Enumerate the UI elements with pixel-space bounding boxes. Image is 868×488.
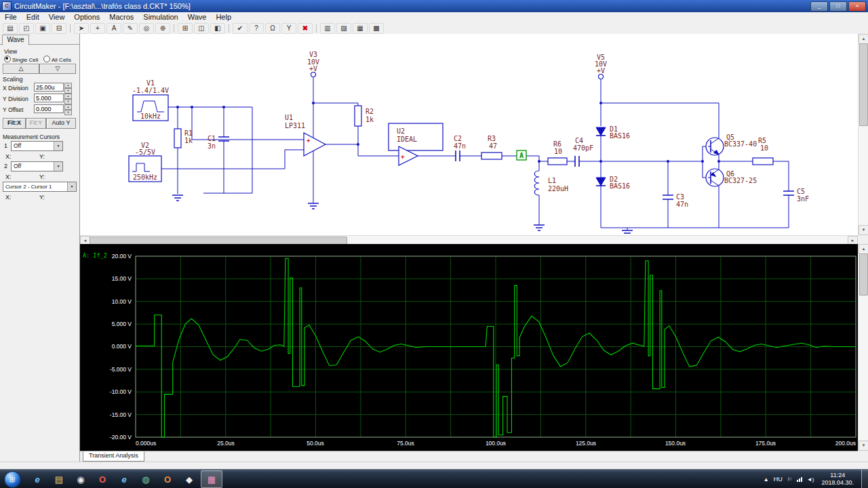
spinner-up-icon[interactable]: ▲ bbox=[64, 94, 72, 99]
menu-macros[interactable]: Macros bbox=[104, 12, 138, 22]
component-d1-diode[interactable]: D1 BAS16 bbox=[596, 125, 630, 140]
keyboard-language[interactable]: HU bbox=[774, 476, 783, 483]
taskbar-icon-globe-browser[interactable]: ◍ bbox=[136, 471, 156, 487]
taskbar-icon-ie[interactable]: e bbox=[27, 471, 47, 487]
help-button[interactable]: ? bbox=[249, 23, 264, 34]
select-tool-button[interactable]: ➤ bbox=[74, 23, 89, 34]
clock[interactable]: 11:24 2018.04.30. bbox=[818, 472, 856, 487]
dropdown-arrow-icon[interactable]: ▼ bbox=[54, 162, 62, 171]
menu-options[interactable]: Options bbox=[69, 12, 104, 22]
cursor-diff-dropdown[interactable]: Cursor 2 - Cursor 1 ▼ bbox=[3, 182, 77, 192]
fit-x-button[interactable]: Fit:X bbox=[3, 118, 26, 129]
stop-simulation-button[interactable]: ✖ bbox=[298, 23, 313, 34]
wave-zoom-out-button[interactable]: ▽ bbox=[39, 64, 76, 74]
taskbar-icon-ie-2[interactable]: e bbox=[114, 471, 134, 487]
options-grid-button[interactable]: ▩ bbox=[369, 23, 384, 34]
cursor1-dropdown[interactable]: Off ▼ bbox=[11, 141, 63, 151]
scroll-up-icon[interactable]: ▲ bbox=[859, 244, 868, 254]
dropdown-arrow-icon[interactable]: ▼ bbox=[67, 182, 76, 191]
y-probe-button[interactable]: Y bbox=[281, 23, 296, 34]
cursor2-dropdown[interactable]: Off ▼ bbox=[11, 161, 63, 171]
pages-button[interactable]: ⊞ bbox=[178, 23, 193, 34]
minimize-button[interactable]: _ bbox=[810, 1, 828, 12]
component-c5-capacitor[interactable]: C5 3nF bbox=[783, 188, 809, 203]
action-center-icon[interactable]: ⚐ bbox=[787, 476, 792, 483]
spinner-down-icon[interactable]: ▼ bbox=[64, 88, 72, 94]
y-division-input[interactable] bbox=[34, 94, 64, 102]
taskbar-icon-folder[interactable]: ▤ bbox=[49, 471, 69, 487]
component-r3-resistor[interactable]: R3 47 bbox=[481, 135, 502, 159]
component-v5-supply[interactable]: V5 10V +V bbox=[595, 54, 607, 79]
taskbar-icon-media-player[interactable]: ◉ bbox=[71, 471, 91, 487]
component-q5-transistor[interactable]: Q5 BC337-40 bbox=[706, 134, 757, 155]
probe-tool-button[interactable]: ⊕ bbox=[155, 23, 170, 34]
wire-tool-button[interactable]: + bbox=[90, 23, 105, 34]
text-tool-button[interactable]: A bbox=[106, 23, 121, 34]
component-v1-source[interactable]: V1 -1.4/1.4V 10kHz bbox=[132, 79, 169, 121]
component-v2-source[interactable]: V2 -5/5V 250kHz bbox=[129, 142, 161, 182]
ohmmeter-button[interactable]: Ω bbox=[265, 23, 280, 34]
open-file-button[interactable]: ◰ bbox=[19, 23, 34, 34]
component-d2-diode[interactable]: D2 BAS16 bbox=[596, 176, 630, 190]
maximize-button[interactable]: □ bbox=[829, 1, 847, 12]
component-r6-resistor[interactable]: R6 10 bbox=[548, 140, 567, 165]
auto-y-button[interactable]: Auto Y bbox=[46, 118, 76, 129]
spinner-down-icon[interactable]: ▼ bbox=[64, 99, 72, 104]
component-c1-capacitor[interactable]: C1 3n bbox=[208, 135, 229, 150]
schematic-vscrollbar[interactable]: ▲ ▼ bbox=[858, 34, 868, 235]
x-division-spinner[interactable]: ▲ ▼ bbox=[64, 83, 72, 92]
radio-single-cell[interactable]: Single Cell bbox=[4, 56, 38, 63]
wave-zoom-in-button[interactable]: △ bbox=[3, 64, 39, 74]
waveform-viewer[interactable]: A: If_2 20.00 V 15.00 V 10.00 V 5.000 V … bbox=[80, 244, 858, 451]
component-c2-capacitor[interactable]: C2 47n bbox=[454, 135, 466, 161]
digital-analog-button[interactable]: ✔ bbox=[233, 23, 248, 34]
mixed-mode-button[interactable]: ▨ bbox=[336, 23, 351, 34]
close-button[interactable]: × bbox=[848, 1, 866, 12]
waveform-vscrollbar[interactable]: ▲ ▼ bbox=[858, 244, 868, 451]
radio-single-cell-icon[interactable] bbox=[4, 56, 11, 62]
scroll-up-icon[interactable]: ▲ bbox=[859, 34, 868, 44]
component-q6-transistor[interactable]: Q6 BC327-25 bbox=[706, 169, 757, 186]
menu-simulation[interactable]: Simulation bbox=[138, 12, 182, 22]
show-desktop-button[interactable] bbox=[861, 470, 868, 488]
new-schematic-button[interactable]: ▤ bbox=[3, 23, 18, 34]
menu-wave[interactable]: Wave bbox=[183, 12, 212, 22]
volume-icon[interactable]: ◄) bbox=[807, 476, 814, 483]
y-offset-spinner[interactable]: ▲ ▼ bbox=[64, 104, 72, 113]
fit-y-button[interactable]: Fit:Y bbox=[26, 118, 46, 129]
component-c3-capacitor[interactable]: C3 47n bbox=[663, 193, 688, 208]
tab-transient-analysis[interactable]: Transient Analysis bbox=[83, 451, 144, 462]
split-vertical-button[interactable]: ◧ bbox=[210, 23, 225, 34]
vscroll-thumb[interactable] bbox=[859, 43, 868, 126]
print-button[interactable]: ⊟ bbox=[52, 23, 66, 34]
menu-edit[interactable]: Edit bbox=[22, 12, 44, 22]
split-horizontal-button[interactable]: ◫ bbox=[194, 23, 209, 34]
spinner-down-icon[interactable]: ▼ bbox=[64, 110, 72, 115]
hidden-icons-chevron[interactable]: ▲ bbox=[764, 476, 769, 483]
schematic-hscrollbar[interactable]: ◄ ► bbox=[80, 235, 858, 245]
radio-all-cells-icon[interactable] bbox=[43, 56, 50, 62]
component-u2-ideal-opamp[interactable]: U2 IDEAL + bbox=[389, 123, 443, 165]
taskbar-icon-app[interactable]: ◆ bbox=[179, 471, 199, 487]
taskbar-icon-opera-2[interactable]: O bbox=[157, 471, 178, 487]
x-division-input[interactable] bbox=[34, 83, 64, 92]
save-file-button[interactable]: ▣ bbox=[35, 23, 50, 34]
y-division-spinner[interactable]: ▲ ▼ bbox=[64, 94, 72, 102]
dropdown-arrow-icon[interactable]: ▼ bbox=[54, 142, 62, 150]
schematic-canvas[interactable]: V1 -1.4/1.4V 10kHz V2 -5/5V 250kHz R1 1k bbox=[80, 34, 858, 235]
waveforms-window-button[interactable]: ▥ bbox=[320, 23, 335, 34]
scroll-down-icon[interactable]: ▼ bbox=[859, 441, 868, 451]
menu-view[interactable]: View bbox=[44, 12, 70, 22]
taskbar-icon-circuitmaker-active[interactable]: ▦ bbox=[201, 470, 222, 488]
spinner-up-icon[interactable]: ▲ bbox=[64, 104, 72, 110]
radio-all-cells[interactable]: All Cells bbox=[43, 56, 71, 63]
scroll-down-icon[interactable]: ▼ bbox=[859, 225, 868, 235]
component-v3-supply[interactable]: V3 10V +V bbox=[307, 51, 319, 77]
taskbar-icon-opera[interactable]: O bbox=[92, 471, 113, 487]
component-c4-capacitor[interactable]: C4 470pF bbox=[573, 137, 593, 167]
menu-file[interactable]: File bbox=[0, 12, 22, 22]
y-offset-input[interactable] bbox=[34, 104, 64, 113]
component-r1-resistor[interactable]: R1 1k bbox=[174, 129, 193, 148]
vscroll-thumb[interactable] bbox=[859, 253, 868, 296]
component-r2-resistor[interactable]: R2 1k bbox=[355, 106, 374, 126]
